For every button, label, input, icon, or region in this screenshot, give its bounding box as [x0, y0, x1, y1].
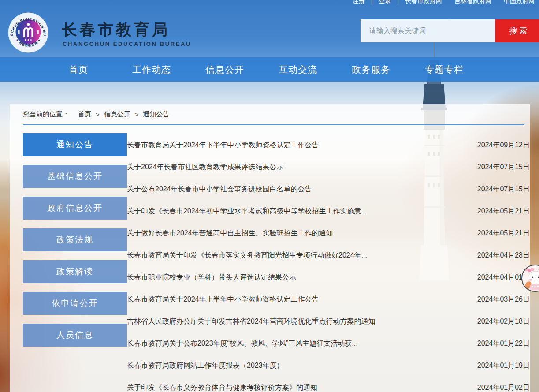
notice-title-link[interactable]: 关于2024年长春市社区教育教学成果评选结果公示 — [127, 163, 284, 172]
notice-row[interactable]: 关于印发《长春市2024年初中学业水平考试和高级中等学校招生工作实施意... 2… — [127, 200, 530, 222]
notice-title-link[interactable]: 长春市教育局关于2024年下半年中小学教师资格认定工作公告 — [127, 141, 319, 150]
utility-link[interactable]: 中国政府网 — [504, 0, 535, 5]
notice-row[interactable]: 关于公布2024年长春市中小学社会事务进校园白名单的公告 2024年07月15日 — [127, 178, 530, 200]
breadcrumb-link[interactable]: 通知公告 — [143, 110, 170, 119]
sidebar-item[interactable]: 依申请公开 — [23, 292, 127, 315]
notice-date: 2024年07月15日 — [477, 185, 530, 194]
search-bar: 搜索 — [361, 19, 539, 42]
breadcrumb-divider — [23, 124, 524, 125]
notice-title-link[interactable]: 长春市教育局关于印发《长春市落实义务教育阳光招生专项行动做好2024年... — [127, 251, 367, 260]
nav-item[interactable]: 首页 — [42, 57, 115, 82]
notice-row[interactable]: 长春市教育局关于2024年上半年中小学教师资格认定工作公告 2024年03月26… — [127, 288, 530, 310]
notice-row[interactable]: 长春市教育局关于公布2023年度“校风、教风、学风”三风主题征文活动获... 2… — [127, 332, 530, 355]
main-nav: 首页 工作动态 信息公开 互动交流 政务服务 专题专栏 — [0, 57, 539, 82]
content-panel: 您当前的位置： 首页 > 信息公开 > 通知公告 — [10, 104, 530, 392]
notice-row[interactable]: 长春市教育局政府网站工作年度报表（2023年度） 2024年01月19日 — [127, 355, 530, 377]
search-input[interactable] — [361, 19, 495, 42]
notice-row[interactable]: 关于做好长春市2024年普通高中自主招生、实验班招生工作的通知 2024年05月… — [127, 222, 530, 244]
content-area: 通知公告 基础信息公开 政府信息公开 政策法规 政策解读 依申请公开 人员信息 — [10, 133, 530, 392]
breadcrumb-trail: 首页 > 信息公开 > 通知公告 — [69, 110, 170, 119]
utility-link[interactable]: 吉林省政府网 — [454, 0, 491, 5]
utility-links-bar: 注册 | 登录 | 长春市政府网 吉林省政府网 中国政府网 — [346, 0, 535, 7]
notice-row[interactable]: 吉林省人民政府办公厅关于印发吉林省2024年营商环境优化重点行动方案的通知 20… — [127, 310, 530, 332]
site-subtitle: CHANGCHUN EDUCATION BUREAU — [63, 41, 191, 47]
notice-title-link[interactable]: 关于印发《长春市义务教育体育与健康考核评价方案》的通知 — [127, 383, 317, 392]
notice-title-link[interactable]: 关于公布2024年长春市中小学社会事务进校园白名单的公告 — [127, 185, 312, 194]
notice-date: 2024年07月15日 — [477, 163, 530, 172]
notice-date: 2024年01月02日 — [477, 383, 530, 392]
notice-title-link[interactable]: 长春市教育局关于公布2023年度“校风、教风、学风”三风主题征文活动获... — [127, 339, 358, 348]
sidebar-item[interactable]: 人员信息 — [23, 324, 127, 347]
nav-item[interactable]: 互动交流 — [261, 57, 335, 82]
cat-mascot-icon — [522, 265, 539, 291]
notice-date: 2024年02月18日 — [477, 317, 530, 326]
notice-title-link[interactable]: 关于印发《长春市2024年初中学业水平考试和高级中等学校招生工作实施意... — [127, 207, 367, 216]
page: 注册 | 登录 | 长春市政府网 吉林省政府网 中国政府网 — [0, 0, 539, 392]
notice-row[interactable]: 长春市职业院校专业（学科）带头人评选认定结果公示 2024年04月01日 — [127, 266, 530, 288]
breadcrumb-prefix: 您当前的位置： — [23, 110, 69, 119]
breadcrumb-separator: > — [96, 111, 100, 118]
notice-row[interactable]: 长春市教育局关于印发《长春市落实义务教育阳光招生专项行动做好2024年... 2… — [127, 244, 530, 266]
notice-date: 2024年09月12日 — [477, 141, 530, 150]
breadcrumb-link[interactable]: 信息公开 — [104, 110, 130, 119]
bureau-logo[interactable]: CHANGCHUN EDUCATION BUREAU ★ 长春市教育局 ★ — [8, 12, 48, 53]
section-sidebar: 通知公告 基础信息公开 政府信息公开 政策法规 政策解读 依申请公开 人员信息 — [23, 133, 127, 392]
link-separator: | — [371, 0, 373, 5]
nav-item[interactable]: 信息公开 — [188, 57, 261, 82]
site-title: 长春市教育局 — [62, 19, 170, 40]
nav-item[interactable]: 政务服务 — [335, 57, 408, 82]
notice-date: 2024年05月21日 — [477, 207, 530, 216]
sidebar-item[interactable]: 政府信息公开 — [23, 197, 127, 220]
sidebar-item[interactable]: 政策法规 — [23, 228, 127, 251]
breadcrumb-separator: > — [135, 111, 139, 118]
notice-title-link[interactable]: 关于做好长春市2024年普通高中自主招生、实验班招生工作的通知 — [127, 229, 333, 238]
nav-item[interactable]: 工作动态 — [115, 57, 188, 82]
sidebar-item[interactable]: 政策解读 — [23, 260, 127, 283]
notice-title-link[interactable]: 长春市教育局政府网站工作年度报表（2023年度） — [127, 361, 284, 370]
nav-item[interactable]: 专题专栏 — [408, 57, 481, 82]
notice-date: 2024年03月26日 — [477, 295, 530, 304]
notice-row[interactable]: 关于印发《长春市义务教育体育与健康考核评价方案》的通知 2024年01月02日 — [127, 377, 530, 392]
search-button[interactable]: 搜索 — [495, 19, 539, 42]
utility-link[interactable]: 登录 — [379, 0, 391, 5]
sidebar-item[interactable]: 通知公告 — [23, 133, 127, 156]
notice-title-link[interactable]: 长春市职业院校专业（学科）带头人评选认定结果公示 — [127, 273, 296, 282]
link-separator: | — [397, 0, 399, 5]
notice-date: 2024年01月19日 — [477, 361, 530, 370]
notice-list: 长春市教育局关于2024年下半年中小学教师资格认定工作公告 2024年09月12… — [127, 134, 530, 392]
utility-link[interactable]: 长春市政府网 — [405, 0, 442, 5]
notice-row[interactable]: 长春市教育局关于2024年下半年中小学教师资格认定工作公告 2024年09月12… — [127, 134, 530, 156]
breadcrumb-link[interactable]: 首页 — [78, 110, 91, 119]
notice-date: 2024年04月28日 — [477, 251, 530, 260]
sidebar-item[interactable]: 基础信息公开 — [23, 165, 127, 188]
notice-date: 2024年05月21日 — [477, 229, 530, 238]
utility-link[interactable]: 注册 — [353, 0, 365, 5]
breadcrumb: 您当前的位置： 首页 > 信息公开 > 通知公告 — [23, 110, 517, 119]
notice-row[interactable]: 关于2024年长春市社区教育教学成果评选结果公示 2024年07月15日 — [127, 156, 530, 178]
notice-title-link[interactable]: 吉林省人民政府办公厅关于印发吉林省2024年营商环境优化重点行动方案的通知 — [127, 317, 375, 326]
notice-title-link[interactable]: 长春市教育局关于2024年上半年中小学教师资格认定工作公告 — [127, 295, 319, 304]
notice-date: 2024年01月22日 — [477, 339, 530, 348]
